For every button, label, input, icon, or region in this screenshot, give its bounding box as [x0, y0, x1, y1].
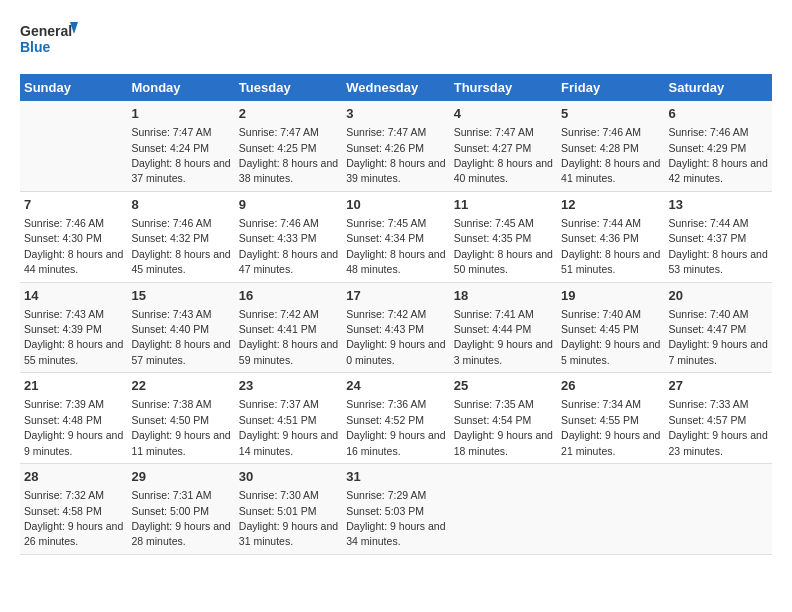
- day-sunset: Sunset: 4:33 PM: [239, 232, 317, 244]
- calendar-cell: 18 Sunrise: 7:41 AM Sunset: 4:44 PM Dayl…: [450, 282, 557, 373]
- day-number: 6: [669, 105, 768, 123]
- svg-text:Blue: Blue: [20, 39, 51, 55]
- calendar-cell: 27 Sunrise: 7:33 AM Sunset: 4:57 PM Dayl…: [665, 373, 772, 464]
- day-daylight: Daylight: 8 hours and 42 minutes.: [669, 157, 768, 184]
- day-sunrise: Sunrise: 7:46 AM: [239, 217, 319, 229]
- day-sunset: Sunset: 4:24 PM: [131, 142, 209, 154]
- day-number: 31: [346, 468, 445, 486]
- day-sunrise: Sunrise: 7:44 AM: [669, 217, 749, 229]
- svg-text:General: General: [20, 23, 72, 39]
- day-sunset: Sunset: 4:37 PM: [669, 232, 747, 244]
- day-sunrise: Sunrise: 7:32 AM: [24, 489, 104, 501]
- day-daylight: Daylight: 8 hours and 37 minutes.: [131, 157, 230, 184]
- day-daylight: Daylight: 8 hours and 45 minutes.: [131, 248, 230, 275]
- day-daylight: Daylight: 9 hours and 14 minutes.: [239, 429, 338, 456]
- day-sunrise: Sunrise: 7:33 AM: [669, 398, 749, 410]
- day-sunrise: Sunrise: 7:29 AM: [346, 489, 426, 501]
- calendar-cell: 31 Sunrise: 7:29 AM Sunset: 5:03 PM Dayl…: [342, 464, 449, 555]
- day-number: 7: [24, 196, 123, 214]
- day-number: 24: [346, 377, 445, 395]
- day-number: 9: [239, 196, 338, 214]
- day-number: 5: [561, 105, 660, 123]
- day-sunset: Sunset: 4:39 PM: [24, 323, 102, 335]
- day-sunrise: Sunrise: 7:31 AM: [131, 489, 211, 501]
- day-daylight: Daylight: 8 hours and 44 minutes.: [24, 248, 123, 275]
- day-sunrise: Sunrise: 7:46 AM: [561, 126, 641, 138]
- logo: General Blue: [20, 20, 80, 64]
- calendar-cell: 23 Sunrise: 7:37 AM Sunset: 4:51 PM Dayl…: [235, 373, 342, 464]
- calendar-cell: 28 Sunrise: 7:32 AM Sunset: 4:58 PM Dayl…: [20, 464, 127, 555]
- day-sunrise: Sunrise: 7:45 AM: [454, 217, 534, 229]
- day-sunrise: Sunrise: 7:47 AM: [131, 126, 211, 138]
- calendar-cell: 5 Sunrise: 7:46 AM Sunset: 4:28 PM Dayli…: [557, 101, 664, 191]
- day-sunset: Sunset: 4:27 PM: [454, 142, 532, 154]
- day-sunrise: Sunrise: 7:41 AM: [454, 308, 534, 320]
- day-sunrise: Sunrise: 7:47 AM: [239, 126, 319, 138]
- day-sunrise: Sunrise: 7:43 AM: [24, 308, 104, 320]
- day-daylight: Daylight: 8 hours and 47 minutes.: [239, 248, 338, 275]
- day-daylight: Daylight: 8 hours and 38 minutes.: [239, 157, 338, 184]
- day-sunset: Sunset: 4:50 PM: [131, 414, 209, 426]
- day-number: 11: [454, 196, 553, 214]
- day-sunset: Sunset: 4:32 PM: [131, 232, 209, 244]
- day-daylight: Daylight: 8 hours and 51 minutes.: [561, 248, 660, 275]
- day-daylight: Daylight: 9 hours and 7 minutes.: [669, 338, 768, 365]
- calendar-cell: 2 Sunrise: 7:47 AM Sunset: 4:25 PM Dayli…: [235, 101, 342, 191]
- day-number: 10: [346, 196, 445, 214]
- day-sunset: Sunset: 4:41 PM: [239, 323, 317, 335]
- day-sunset: Sunset: 4:54 PM: [454, 414, 532, 426]
- day-sunrise: Sunrise: 7:47 AM: [346, 126, 426, 138]
- day-daylight: Daylight: 9 hours and 21 minutes.: [561, 429, 660, 456]
- day-sunrise: Sunrise: 7:40 AM: [669, 308, 749, 320]
- calendar-cell: 21 Sunrise: 7:39 AM Sunset: 4:48 PM Dayl…: [20, 373, 127, 464]
- day-sunset: Sunset: 4:30 PM: [24, 232, 102, 244]
- calendar-cell: 6 Sunrise: 7:46 AM Sunset: 4:29 PM Dayli…: [665, 101, 772, 191]
- day-sunrise: Sunrise: 7:39 AM: [24, 398, 104, 410]
- weekday-header: Tuesday: [235, 74, 342, 101]
- day-daylight: Daylight: 9 hours and 0 minutes.: [346, 338, 445, 365]
- day-sunrise: Sunrise: 7:40 AM: [561, 308, 641, 320]
- day-number: 14: [24, 287, 123, 305]
- calendar-cell: 14 Sunrise: 7:43 AM Sunset: 4:39 PM Dayl…: [20, 282, 127, 373]
- calendar-table: SundayMondayTuesdayWednesdayThursdayFrid…: [20, 74, 772, 555]
- day-daylight: Daylight: 9 hours and 26 minutes.: [24, 520, 123, 547]
- day-number: 28: [24, 468, 123, 486]
- weekday-header: Saturday: [665, 74, 772, 101]
- day-number: 21: [24, 377, 123, 395]
- day-number: 2: [239, 105, 338, 123]
- calendar-cell: 11 Sunrise: 7:45 AM Sunset: 4:35 PM Dayl…: [450, 191, 557, 282]
- weekday-header-row: SundayMondayTuesdayWednesdayThursdayFrid…: [20, 74, 772, 101]
- day-number: 18: [454, 287, 553, 305]
- calendar-cell: 26 Sunrise: 7:34 AM Sunset: 4:55 PM Dayl…: [557, 373, 664, 464]
- day-sunset: Sunset: 4:26 PM: [346, 142, 424, 154]
- calendar-cell: [450, 464, 557, 555]
- calendar-cell: [557, 464, 664, 555]
- calendar-cell: [665, 464, 772, 555]
- day-number: 17: [346, 287, 445, 305]
- weekday-header: Sunday: [20, 74, 127, 101]
- day-sunrise: Sunrise: 7:47 AM: [454, 126, 534, 138]
- logo-svg: General Blue: [20, 20, 80, 64]
- calendar-cell: 7 Sunrise: 7:46 AM Sunset: 4:30 PM Dayli…: [20, 191, 127, 282]
- calendar-cell: 24 Sunrise: 7:36 AM Sunset: 4:52 PM Dayl…: [342, 373, 449, 464]
- calendar-week-row: 7 Sunrise: 7:46 AM Sunset: 4:30 PM Dayli…: [20, 191, 772, 282]
- day-number: 12: [561, 196, 660, 214]
- calendar-cell: 16 Sunrise: 7:42 AM Sunset: 4:41 PM Dayl…: [235, 282, 342, 373]
- day-daylight: Daylight: 9 hours and 3 minutes.: [454, 338, 553, 365]
- day-sunrise: Sunrise: 7:46 AM: [24, 217, 104, 229]
- day-sunset: Sunset: 4:48 PM: [24, 414, 102, 426]
- day-daylight: Daylight: 9 hours and 5 minutes.: [561, 338, 660, 365]
- day-daylight: Daylight: 8 hours and 57 minutes.: [131, 338, 230, 365]
- day-sunset: Sunset: 4:25 PM: [239, 142, 317, 154]
- calendar-cell: 25 Sunrise: 7:35 AM Sunset: 4:54 PM Dayl…: [450, 373, 557, 464]
- day-daylight: Daylight: 9 hours and 18 minutes.: [454, 429, 553, 456]
- day-sunrise: Sunrise: 7:38 AM: [131, 398, 211, 410]
- calendar-cell: 30 Sunrise: 7:30 AM Sunset: 5:01 PM Dayl…: [235, 464, 342, 555]
- day-sunrise: Sunrise: 7:30 AM: [239, 489, 319, 501]
- day-number: 15: [131, 287, 230, 305]
- day-sunset: Sunset: 4:28 PM: [561, 142, 639, 154]
- day-sunset: Sunset: 4:45 PM: [561, 323, 639, 335]
- day-daylight: Daylight: 8 hours and 48 minutes.: [346, 248, 445, 275]
- day-daylight: Daylight: 9 hours and 11 minutes.: [131, 429, 230, 456]
- calendar-cell: 1 Sunrise: 7:47 AM Sunset: 4:24 PM Dayli…: [127, 101, 234, 191]
